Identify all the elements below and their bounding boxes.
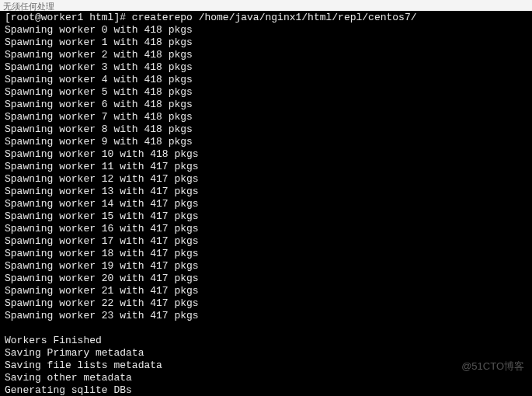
status-line: Saving Primary metadata	[5, 347, 527, 360]
spawn-line: Spawning worker 18 with 417 pkgs	[5, 248, 527, 260]
spawn-line: Spawning worker 21 with 417 pkgs	[5, 285, 527, 297]
window-titlebar: 无须任何处理	[0, 0, 532, 11]
spawn-line: Spawning worker 12 with 417 pkgs	[5, 173, 527, 186]
command-text: createrepo /home/java/nginx1/html/repl/c…	[132, 12, 417, 23]
spawn-line: Spawning worker 5 with 418 pkgs	[5, 86, 527, 99]
spawn-line: Spawning worker 17 with 417 pkgs	[5, 235, 527, 248]
window-title: 无须任何处理	[3, 2, 54, 11]
prompt: [root@worker1 html]#	[5, 12, 126, 23]
spawn-line: Spawning worker 16 with 417 pkgs	[5, 223, 527, 235]
blank-line	[5, 322, 527, 335]
spawn-line: Spawning worker 4 with 418 pkgs	[5, 74, 527, 86]
status-line: Saving file lists metadata	[5, 360, 527, 372]
spawn-line: Spawning worker 10 with 418 pkgs	[5, 148, 527, 161]
spawn-line: Spawning worker 15 with 417 pkgs	[5, 210, 527, 223]
spawn-line: Spawning worker 19 with 417 pkgs	[5, 260, 527, 273]
spawn-line: Spawning worker 0 with 418 pkgs	[5, 24, 527, 36]
spawn-line: Spawning worker 11 with 417 pkgs	[5, 161, 527, 173]
spawn-line: Spawning worker 1 with 418 pkgs	[5, 36, 527, 49]
terminal[interactable]: [root@worker1 html]# createrepo /home/ja…	[0, 11, 532, 396]
spawn-line: Spawning worker 22 with 417 pkgs	[5, 297, 527, 310]
status-line: Saving other metadata	[5, 372, 527, 384]
status-line: Workers Finished	[5, 335, 527, 347]
spawn-line: Spawning worker 13 with 417 pkgs	[5, 186, 527, 198]
spawn-line: Spawning worker 20 with 417 pkgs	[5, 273, 527, 285]
spawn-line: Spawning worker 14 with 417 pkgs	[5, 198, 527, 210]
spawn-line: Spawning worker 8 with 418 pkgs	[5, 123, 527, 136]
command-line: [root@worker1 html]# createrepo /home/ja…	[5, 12, 527, 24]
spawn-line: Spawning worker 6 with 418 pkgs	[5, 99, 527, 111]
spawn-line: Spawning worker 9 with 418 pkgs	[5, 136, 527, 148]
spawn-line: Spawning worker 23 with 417 pkgs	[5, 310, 527, 322]
spawn-line: Spawning worker 7 with 418 pkgs	[5, 111, 527, 123]
status-line: Generating sqlite DBs	[5, 384, 527, 396]
spawn-line: Spawning worker 2 with 418 pkgs	[5, 49, 527, 61]
spawn-line: Spawning worker 3 with 418 pkgs	[5, 61, 527, 74]
